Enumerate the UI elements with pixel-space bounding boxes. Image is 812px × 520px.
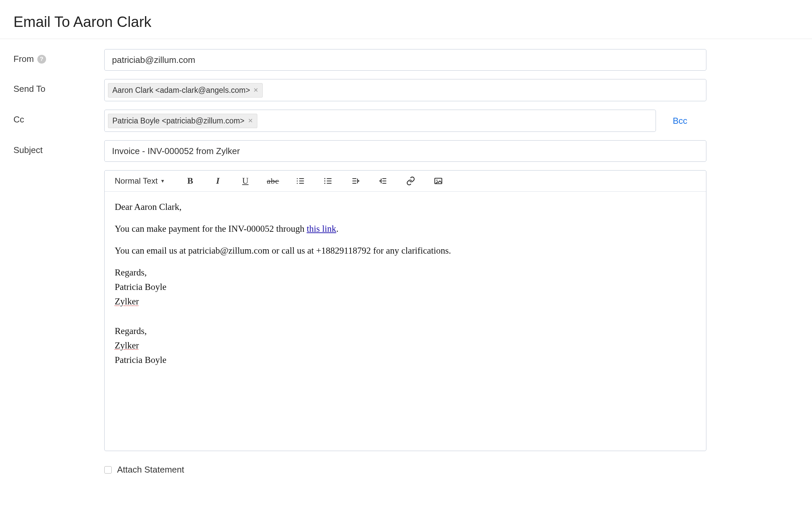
svg-point-11: [324, 183, 325, 184]
svg-rect-4: [297, 181, 298, 182]
outdent-button[interactable]: [350, 175, 361, 187]
image-button[interactable]: [433, 175, 444, 187]
from-input[interactable]: [104, 49, 706, 71]
page-title: Email To Aaron Clark: [14, 14, 798, 30]
close-icon[interactable]: ✕: [248, 118, 253, 124]
from-label: From ?: [14, 49, 104, 64]
send-to-label: Send To: [14, 79, 104, 94]
chevron-down-icon: ▼: [160, 178, 165, 184]
ordered-list-button[interactable]: [295, 175, 306, 187]
sig2-company: Zylker: [115, 340, 696, 352]
attach-statement-label: Attach Statement: [117, 465, 184, 475]
sig1-company: Zylker: [115, 296, 696, 307]
cc-input[interactable]: Patricia Boyle <patriciab@zillum.com> ✕: [104, 110, 656, 132]
italic-button[interactable]: I: [212, 175, 224, 187]
send-to-chip[interactable]: Aaron Clark <adam-clark@angels.com> ✕: [108, 83, 263, 98]
body-line-2: You can email us at patriciab@zillum.com…: [115, 245, 696, 257]
help-icon[interactable]: ?: [37, 55, 46, 63]
email-editor: Normal Text ▼ B I U abc: [104, 170, 706, 451]
body-line-1: You can make payment for the INV-000052 …: [115, 223, 696, 235]
send-to-chip-label: Aaron Clark <adam-clark@angels.com>: [112, 86, 250, 95]
cc-label: Cc: [14, 110, 104, 125]
indent-button[interactable]: [377, 175, 389, 187]
format-select[interactable]: Normal Text ▼: [115, 176, 168, 186]
svg-point-10: [324, 180, 325, 181]
editor-body[interactable]: Dear Aaron Clark, You can make payment f…: [105, 192, 706, 451]
sig1-regards: Regards,: [115, 267, 696, 279]
sig1-name: Patricia Boyle: [115, 281, 696, 293]
svg-point-21: [437, 180, 438, 181]
payment-link[interactable]: this link: [307, 224, 336, 234]
close-icon[interactable]: ✕: [253, 87, 258, 93]
subject-input[interactable]: [104, 140, 706, 162]
svg-rect-3: [297, 178, 298, 179]
bcc-link[interactable]: Bcc: [673, 116, 687, 126]
svg-rect-5: [297, 183, 298, 184]
underline-button[interactable]: U: [239, 175, 251, 187]
unordered-list-button[interactable]: [322, 175, 334, 187]
send-to-input[interactable]: Aaron Clark <adam-clark@angels.com> ✕: [104, 79, 706, 101]
attach-statement-checkbox[interactable]: [104, 466, 112, 474]
svg-point-9: [324, 178, 325, 179]
subject-label: Subject: [14, 140, 104, 155]
editor-toolbar: Normal Text ▼ B I U abc: [105, 171, 706, 192]
sig2-name: Patricia Boyle: [115, 354, 696, 366]
strikethrough-button[interactable]: abc: [267, 175, 279, 187]
cc-chip[interactable]: Patricia Boyle <patriciab@zillum.com> ✕: [108, 114, 257, 128]
bold-button[interactable]: B: [184, 175, 196, 187]
sig2-regards: Regards,: [115, 325, 696, 337]
format-select-label: Normal Text: [115, 176, 158, 186]
cc-chip-label: Patricia Boyle <patriciab@zillum.com>: [112, 116, 244, 126]
body-greeting: Dear Aaron Clark,: [115, 201, 696, 213]
link-button[interactable]: [405, 175, 416, 187]
